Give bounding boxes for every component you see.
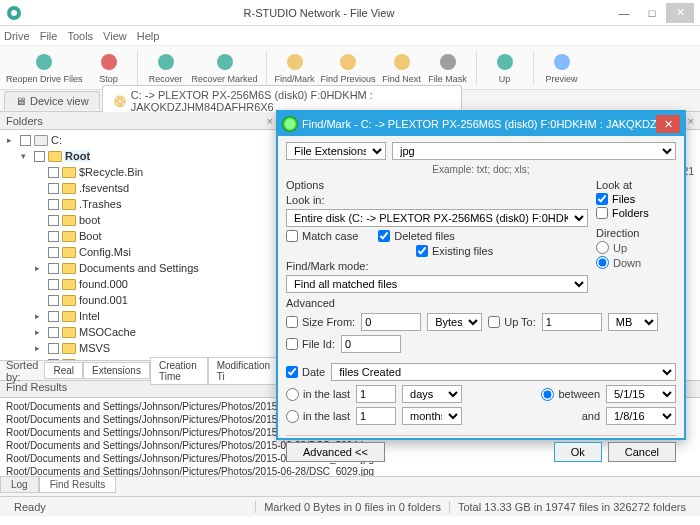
file-id-checkbox[interactable] (286, 338, 298, 350)
months-select[interactable]: months (402, 407, 462, 425)
up-to-unit-select[interactable]: MB (608, 313, 658, 331)
reopen-button[interactable]: Reopen Drive Files (6, 52, 83, 84)
deleted-files-checkbox[interactable] (378, 230, 390, 242)
checkbox[interactable] (48, 199, 59, 210)
in-last-months-input[interactable] (356, 407, 396, 425)
date-to-select[interactable]: 1/8/16 (606, 407, 676, 425)
menu-tools[interactable]: Tools (67, 30, 93, 42)
expand-icon[interactable]: ▸ (35, 311, 45, 321)
checkbox[interactable] (48, 183, 59, 194)
preview-button[interactable]: Preview (542, 52, 582, 84)
findmark-mode-select[interactable]: Find all matched files (286, 275, 588, 293)
close-icon[interactable]: × (267, 115, 273, 127)
date-mode-select[interactable]: files Created (331, 363, 676, 381)
menu-view[interactable]: View (103, 30, 127, 42)
find-prev-button[interactable]: Find Previous (321, 52, 376, 84)
tree-item[interactable]: ▾Root (4, 148, 275, 164)
sort-creation[interactable]: Creation Time (150, 357, 208, 385)
up-to-input[interactable] (542, 313, 602, 331)
maximize-button[interactable]: □ (638, 3, 666, 23)
tab-find-results[interactable]: Find Results (39, 477, 117, 493)
tree-item[interactable]: boot (4, 212, 275, 228)
menu-file[interactable]: File (40, 30, 58, 42)
expand-icon[interactable]: ▾ (21, 151, 31, 161)
close-button[interactable]: ✕ (666, 3, 694, 23)
advanced-toggle-button[interactable]: Advanced << (286, 442, 385, 462)
checkbox[interactable] (48, 279, 59, 290)
checkbox[interactable] (48, 263, 59, 274)
tree-item[interactable]: ▸Documents and Settings (4, 260, 275, 276)
checkbox[interactable] (48, 327, 59, 338)
sort-modification[interactable]: Modification Ti (208, 357, 279, 385)
tab-device-view[interactable]: 🖥 Device view (4, 91, 100, 110)
tree-item[interactable]: Config.Msi (4, 244, 275, 260)
checkbox[interactable] (48, 247, 59, 258)
find-next-button[interactable]: Find Next (382, 52, 422, 84)
folder-icon (62, 183, 76, 194)
checkbox[interactable] (48, 215, 59, 226)
recover-marked-button[interactable]: Recover Marked (192, 52, 258, 84)
checkbox[interactable] (48, 343, 59, 354)
dialog-close-button[interactable]: ✕ (656, 115, 680, 133)
size-from-input[interactable] (361, 313, 421, 331)
expand-icon[interactable]: ▸ (35, 327, 45, 337)
sort-extensions[interactable]: Extensions (83, 362, 150, 379)
files-checkbox[interactable] (596, 193, 608, 205)
in-last-days-radio[interactable] (286, 388, 299, 401)
svg-point-1 (11, 10, 17, 16)
tab-log[interactable]: Log (0, 477, 39, 493)
size-unit-select[interactable]: Bytes (427, 313, 482, 331)
ok-button[interactable]: Ok (554, 442, 602, 462)
existing-files-checkbox[interactable] (416, 245, 428, 257)
file-mask-icon (438, 52, 458, 72)
file-extensions-select[interactable]: File Extensions: (286, 142, 386, 160)
tree-item[interactable]: $Recycle.Bin (4, 164, 275, 180)
tree-item[interactable]: .fseventsd (4, 180, 275, 196)
up-radio[interactable] (596, 241, 609, 254)
tree-item[interactable]: ▸Intel (4, 308, 275, 324)
checkbox[interactable] (48, 167, 59, 178)
tree-item[interactable]: Boot (4, 228, 275, 244)
menu-drive[interactable]: Drive (4, 30, 30, 42)
svg-point-5 (217, 54, 233, 70)
stop-button[interactable]: Stop (89, 52, 129, 84)
minimize-button[interactable]: — (610, 3, 638, 23)
find-mark-button[interactable]: Find/Mark (275, 52, 315, 84)
up-button[interactable]: Up (485, 52, 525, 84)
up-to-checkbox[interactable] (488, 316, 500, 328)
checkbox[interactable] (20, 135, 31, 146)
tree-item[interactable]: ▸MSVS (4, 340, 275, 356)
close-icon[interactable]: × (688, 115, 694, 127)
checkbox[interactable] (48, 295, 59, 306)
recover-button[interactable]: Recover (146, 52, 186, 84)
menu-help[interactable]: Help (137, 30, 160, 42)
expand-icon[interactable]: ▸ (7, 135, 17, 145)
tree-item[interactable]: ▸C: (4, 132, 275, 148)
look-in-select[interactable]: Entire disk (C: -> PLEXTOR PX-256M6S (di… (286, 209, 588, 227)
date-from-select[interactable]: 5/1/15 (606, 385, 676, 403)
size-from-checkbox[interactable] (286, 316, 298, 328)
match-case-checkbox[interactable] (286, 230, 298, 242)
file-id-input[interactable] (341, 335, 401, 353)
in-last-months-radio[interactable] (286, 410, 299, 423)
expand-icon[interactable]: ▸ (35, 343, 45, 353)
tree-item[interactable]: .Trashes (4, 196, 275, 212)
tree-item[interactable]: ▸MSOCache (4, 324, 275, 340)
tree-item[interactable]: found.001 (4, 292, 275, 308)
days-select[interactable]: days (402, 385, 462, 403)
expand-icon[interactable]: ▸ (35, 263, 45, 273)
folders-checkbox[interactable] (596, 207, 608, 219)
file-mask-button[interactable]: File Mask (428, 52, 468, 84)
in-last-days-input[interactable] (356, 385, 396, 403)
checkbox[interactable] (48, 231, 59, 242)
tree-item[interactable]: found.000 (4, 276, 275, 292)
cancel-button[interactable]: Cancel (608, 442, 676, 462)
between-radio[interactable] (541, 388, 554, 401)
checkbox[interactable] (48, 311, 59, 322)
down-radio[interactable] (596, 256, 609, 269)
folder-tree[interactable]: ▸C:▾Root$Recycle.Bin.fseventsd.Trashesbo… (0, 130, 279, 360)
date-checkbox[interactable] (286, 366, 298, 378)
ext-value-select[interactable]: jpg (392, 142, 676, 160)
sort-real[interactable]: Real (44, 362, 83, 379)
checkbox[interactable] (34, 151, 45, 162)
